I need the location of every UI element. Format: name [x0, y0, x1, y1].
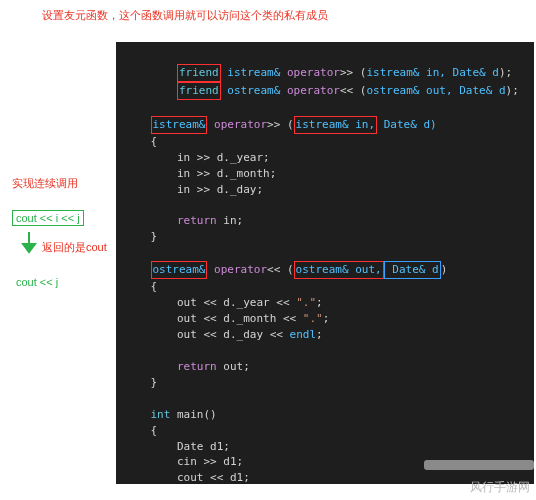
code-line: cin >> d1; — [124, 455, 243, 468]
code-line: friend istream& operator>> (istream& in,… — [124, 66, 512, 79]
note-return-cout: 返回的是cout — [42, 240, 107, 255]
code-line: istream& operator>> (istream& in, Date& … — [124, 118, 437, 131]
code-line: out << d._year << "."; — [124, 296, 323, 309]
code-line: in >> d._year; — [124, 151, 270, 164]
code-line: cout << d1; — [124, 471, 250, 484]
code-line: out << d._month << "."; — [124, 312, 329, 325]
note-chain-call: 实现连续调用 — [12, 176, 78, 191]
code-line: return out; — [124, 360, 250, 373]
horizontal-scrollbar-thumb[interactable] — [424, 460, 534, 470]
watermark-text: 风行手游网 — [470, 479, 530, 496]
code-editor: friend istream& operator>> (istream& in,… — [116, 42, 534, 484]
code-line: ostream& operator<< (ostream& out, Date&… — [124, 263, 447, 276]
code-line: int main() — [124, 408, 217, 421]
code-line: friend ostream& operator<< (ostream& out… — [124, 84, 519, 97]
code-line: in >> d._day; — [124, 183, 263, 196]
arrow-down-icon — [18, 230, 40, 258]
code-box-chain: cout << i << j — [12, 210, 84, 226]
note-friend-desc: 设置友元函数，这个函数调用就可以访问这个类的私有成员 — [42, 8, 328, 23]
code-line: out << d._day << endl; — [124, 328, 323, 341]
code-line: in >> d._month; — [124, 167, 276, 180]
code-line: Date d1; — [124, 440, 230, 453]
code-line: return in; — [124, 214, 243, 227]
note-cout-j: cout << j — [16, 276, 58, 288]
